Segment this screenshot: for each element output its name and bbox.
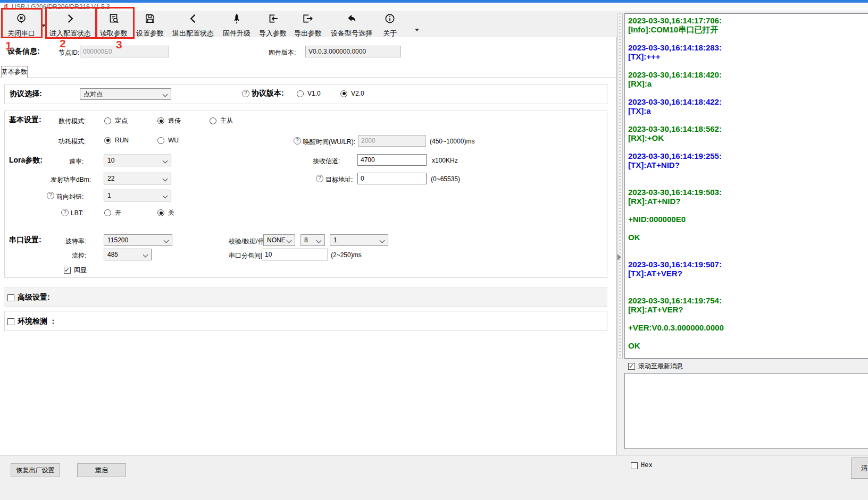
toolbar-overflow-icon[interactable] — [415, 29, 419, 31]
clear-label: 清 — [861, 464, 867, 473]
chevron-down-icon — [316, 238, 322, 243]
radio-trans-fixed[interactable]: 定点 — [104, 116, 128, 125]
splitter-collapse-icon[interactable] — [617, 254, 621, 260]
log-line — [628, 314, 865, 323]
export-params-label: 导出参数 — [294, 30, 322, 37]
chevron-down-icon — [163, 92, 168, 97]
radio-power-wu[interactable]: WU — [157, 137, 179, 144]
scroll-latest-checkbox[interactable]: 滚动至最新消息 — [628, 362, 683, 371]
log-line: [RX]:AT+VER? — [628, 305, 865, 314]
log-line: 2023-03-30,16:14:18:422: — [628, 97, 865, 106]
radio-icon — [157, 137, 164, 144]
target-addr-help-icon[interactable] — [316, 175, 323, 182]
wake-time-field[interactable]: 2000 — [358, 135, 426, 147]
log-line: [TX]:AT+NID? — [628, 160, 865, 170]
log-line — [628, 278, 865, 287]
log-line — [628, 206, 865, 215]
protocol-version-help-icon[interactable] — [242, 90, 249, 97]
radio-protocol-v2-label: V2.0 — [351, 90, 364, 97]
clear-button[interactable]: 清 — [851, 457, 868, 479]
radio-lbt-off-label: 关 — [168, 208, 174, 217]
parity-select[interactable]: NONE — [263, 234, 295, 246]
wake-time-hint: (450~10000)ms — [430, 138, 474, 145]
export-params-button[interactable]: 导出参数 — [293, 12, 323, 38]
log-line: [Info]:COM10串口已打开 — [628, 25, 865, 34]
baud-select[interactable]: 115200 — [104, 234, 172, 246]
radio-icon — [104, 117, 111, 124]
fec-help-icon[interactable] — [47, 192, 54, 199]
device-model-button[interactable]: 设备型号选择 — [328, 12, 375, 38]
import-params-button[interactable]: 导入参数 — [257, 12, 288, 38]
about-button[interactable]: 关于 — [380, 12, 400, 38]
databits-select[interactable]: 8 — [301, 234, 325, 246]
radio-protocol-v2[interactable]: V2.0 — [340, 90, 364, 97]
radio-power-wu-label: WU — [168, 137, 179, 144]
rate-select[interactable]: 10 — [104, 155, 171, 166]
chevron-down-icon — [163, 158, 168, 164]
panel-splitter[interactable] — [617, 13, 623, 359]
wake-time-value: 2000 — [361, 137, 375, 145]
wake-time-help-icon[interactable] — [294, 137, 301, 145]
tx-power-select[interactable]: 22 — [104, 173, 171, 184]
set-params-button[interactable]: 设置参数 — [135, 12, 165, 38]
stopbits-select[interactable]: 1 — [330, 234, 388, 246]
target-addr-field[interactable]: 0 — [357, 173, 427, 184]
rx-channel-label: 接收信道: — [313, 157, 340, 166]
log-line — [628, 224, 865, 233]
flow-value: 485 — [107, 251, 118, 258]
radio-power-run-label: RUN — [115, 137, 129, 144]
radio-lbt-on[interactable]: 开 — [104, 208, 121, 217]
checkbox-checked-icon — [64, 267, 71, 274]
tab-basic-params-label: 基本参数 — [2, 67, 27, 77]
chevron-down-icon — [380, 238, 385, 243]
info-icon — [384, 13, 396, 24]
log-line: 2023-03-30,16:14:19:754: — [628, 296, 865, 305]
exit-config-button[interactable]: 退出配置状态 — [170, 12, 216, 38]
log-output-area[interactable]: 2023-03-30,16:14:17:706: [Info]:COM10串口已… — [624, 13, 868, 359]
rx-channel-hint: x100KHz — [432, 157, 458, 164]
node-id-value: 000000E0 — [83, 48, 112, 55]
flow-select[interactable]: 485 — [104, 249, 152, 260]
trans-mode-label: 数传模式: — [59, 117, 86, 126]
pack-interval-hint: (2~250)ms — [331, 251, 362, 259]
radio-lbt-off[interactable]: 关 — [157, 208, 174, 217]
baud-value: 115200 — [107, 236, 128, 244]
tab-basic-params[interactable]: 基本参数 — [1, 66, 28, 78]
firmware-upgrade-button[interactable]: 固件升级 — [221, 12, 253, 38]
log-line: +VER:V0.0.3.000000.0000 — [628, 323, 865, 332]
chevron-down-icon — [143, 252, 148, 258]
radio-icon — [210, 117, 216, 124]
radio-trans-fixed-label: 定点 — [115, 116, 128, 125]
radio-trans-masterslave[interactable]: 主从 — [210, 116, 233, 125]
hex-checkbox[interactable]: Hex — [631, 462, 653, 469]
checkbox-icon — [631, 462, 638, 469]
restart-button[interactable]: 重启 — [77, 463, 126, 477]
about-label: 关于 — [383, 30, 397, 37]
protocol-version-label: 协议版本: — [252, 89, 284, 98]
node-id-field[interactable]: 000000E0 — [80, 46, 169, 57]
rx-channel-field[interactable]: 4700 — [357, 154, 427, 166]
log-line: [RX]:+OK — [628, 133, 865, 142]
firmware-field[interactable]: V0.0.3.000000.0000 — [305, 46, 401, 57]
stopbits-value: 1 — [333, 236, 337, 244]
radio-trans-transparent[interactable]: 透传 — [157, 116, 181, 125]
protocol-select[interactable]: 点对点 — [80, 88, 171, 100]
send-input-area[interactable] — [624, 373, 868, 449]
fec-select[interactable]: 1 — [104, 190, 171, 201]
radio-protocol-v1[interactable]: V1.0 — [297, 90, 321, 97]
pack-interval-field[interactable]: 10 — [262, 249, 328, 260]
radio-power-run[interactable]: RUN — [104, 137, 129, 144]
log-line: [TX]:AT+VER? — [628, 269, 865, 278]
restore-factory-button[interactable]: 恢复出厂设置 — [11, 463, 60, 477]
echo-checkbox[interactable]: 回显 — [64, 266, 87, 275]
lbt-help-icon[interactable] — [61, 209, 69, 216]
target-addr-label: 目标地址: — [326, 175, 353, 184]
advanced-settings-checkbox[interactable]: 高级设置: — [7, 293, 50, 302]
scroll-latest-label: 滚动至最新消息 — [638, 362, 683, 371]
env-detect-checkbox[interactable]: 环境检测 ： — [7, 317, 57, 326]
annotation-number-3: 3 — [116, 38, 122, 51]
footer-bar — [0, 455, 868, 500]
basic-settings-title: 基本设置: — [9, 115, 41, 125]
radio-checked-icon — [157, 209, 164, 216]
restore-factory-label: 恢复出厂设置 — [16, 466, 55, 475]
